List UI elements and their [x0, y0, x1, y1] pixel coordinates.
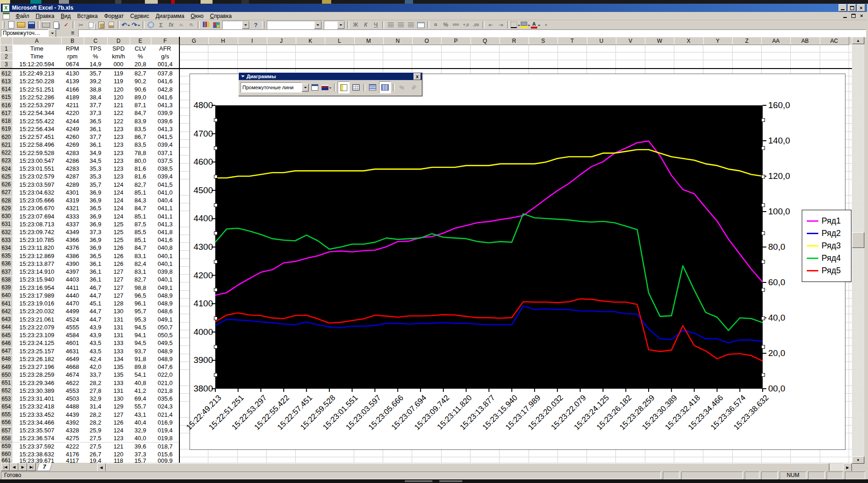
- save-icon[interactable]: [26, 20, 36, 29]
- cell[interactable]: 36,5: [84, 117, 108, 125]
- cell[interactable]: 024,3: [151, 402, 180, 411]
- cell[interactable]: 32,9: [130, 426, 151, 435]
- row-header-653[interactable]: 653: [0, 395, 13, 403]
- row-header-631[interactable]: 631: [0, 220, 13, 229]
- increase-decimal-icon[interactable]: +,0: [461, 20, 471, 29]
- cell[interactable]: 4166: [61, 85, 84, 93]
- row-header-630[interactable]: 630: [0, 212, 13, 220]
- cell[interactable]: 15:22:52.286: [12, 93, 62, 102]
- row-header-642[interactable]: 642: [0, 307, 13, 316]
- cell[interactable]: 4319: [61, 196, 84, 205]
- format-painter-icon[interactable]: [106, 20, 116, 29]
- format-selection-icon[interactable]: [309, 82, 320, 93]
- row-header-657[interactable]: 657: [0, 426, 13, 435]
- cell[interactable]: 15:23:30.389: [12, 387, 62, 395]
- cell[interactable]: 15:23:31.401: [12, 395, 62, 403]
- row-header-614[interactable]: 614: [0, 85, 13, 93]
- column-header-P[interactable]: P: [441, 37, 471, 45]
- by-rows-icon[interactable]: [367, 82, 378, 93]
- row-header-625[interactable]: 625: [0, 172, 13, 181]
- cell[interactable]: 126: [107, 419, 130, 427]
- cell[interactable]: 000: [107, 60, 130, 69]
- cell[interactable]: 15:23:24.125: [12, 339, 62, 347]
- function-icon[interactable]: fx: [166, 20, 176, 29]
- align-center-icon[interactable]: [396, 20, 406, 29]
- cell[interactable]: 021,4: [151, 411, 180, 419]
- first-sheet-icon[interactable]: |◀: [1, 463, 10, 471]
- cell[interactable]: 131: [107, 387, 130, 395]
- cell[interactable]: 4555: [61, 323, 84, 332]
- cell[interactable]: %: [84, 52, 108, 61]
- row-header-629[interactable]: 629: [0, 204, 13, 213]
- cell[interactable]: 4668: [61, 363, 84, 371]
- cell[interactable]: 28,2: [84, 419, 108, 427]
- cell[interactable]: 018,7: [151, 443, 180, 451]
- cell[interactable]: 4386: [61, 252, 84, 260]
- menu-правка[interactable]: Правка: [33, 12, 58, 20]
- cell[interactable]: 98,8: [130, 284, 151, 292]
- cell[interactable]: 15:22:57.451: [12, 133, 62, 141]
- font-combo[interactable]: [267, 21, 322, 29]
- cell[interactable]: 4139: [61, 77, 84, 86]
- cell[interactable]: 050,5: [151, 331, 180, 339]
- row-header-1[interactable]: 1: [0, 45, 13, 53]
- cell[interactable]: 27,5: [84, 434, 108, 443]
- cell[interactable]: 4287: [61, 172, 84, 181]
- column-header-K[interactable]: K: [296, 37, 325, 45]
- cell[interactable]: 44,7: [84, 316, 108, 324]
- menu-сервис[interactable]: Сервис: [127, 12, 152, 20]
- cell[interactable]: rpm: [61, 52, 84, 61]
- row-header-649[interactable]: 649: [0, 363, 13, 371]
- row-header-619[interactable]: 619: [0, 125, 13, 133]
- cell[interactable]: 133: [107, 347, 130, 356]
- cell[interactable]: 123: [107, 125, 130, 133]
- column-header-B[interactable]: B: [61, 37, 84, 45]
- cell[interactable]: 121: [107, 443, 130, 451]
- cell[interactable]: 15:23:33.452: [12, 411, 62, 419]
- sheet-tab-7[interactable]: 7: [36, 463, 52, 471]
- row-header-633[interactable]: 633: [0, 236, 13, 244]
- cell[interactable]: 4403: [61, 276, 84, 284]
- cell[interactable]: 048,9: [151, 347, 180, 356]
- cell[interactable]: 32,9: [84, 395, 108, 403]
- legend-entry[interactable]: Ряд2: [807, 229, 851, 238]
- cell[interactable]: 4211: [61, 101, 84, 109]
- cell[interactable]: 39,2: [84, 77, 108, 86]
- horizontal-scroll-track[interactable]: [829, 463, 843, 471]
- cell[interactable]: 124: [107, 196, 130, 205]
- cell[interactable]: 15:23:05.666: [12, 196, 62, 205]
- cell[interactable]: 15:23:19.016: [12, 299, 62, 308]
- borders-icon[interactable]: [511, 20, 521, 29]
- cell[interactable]: 124: [107, 189, 130, 197]
- cell[interactable]: 127: [107, 292, 130, 300]
- cell[interactable]: 4440: [61, 292, 84, 300]
- column-header-H[interactable]: H: [208, 37, 238, 45]
- increase-indent-icon[interactable]: ⇥: [496, 20, 506, 29]
- cell[interactable]: 15:23:36.574: [12, 434, 62, 443]
- cell[interactable]: 121: [107, 101, 130, 109]
- cell[interactable]: 15:22:55.422: [12, 117, 62, 125]
- row-header-655[interactable]: 655: [0, 411, 13, 419]
- cell[interactable]: 31,4: [84, 402, 108, 411]
- cell[interactable]: 133: [107, 379, 130, 387]
- cell[interactable]: 4222: [61, 443, 84, 451]
- cell[interactable]: 124: [107, 180, 130, 189]
- row-header-644[interactable]: 644: [0, 323, 13, 332]
- cell[interactable]: 27,5: [84, 443, 108, 451]
- cell[interactable]: 15:23:11.820: [12, 244, 62, 252]
- menu-вставка[interactable]: Вставка: [74, 12, 101, 20]
- row-header-636[interactable]: 636: [0, 260, 13, 268]
- cell[interactable]: g/s: [151, 52, 180, 61]
- row-header-659[interactable]: 659: [0, 443, 13, 451]
- italic-icon[interactable]: К: [361, 20, 371, 29]
- row-header-626[interactable]: 626: [0, 180, 13, 189]
- font-color-icon[interactable]: А: [531, 20, 541, 29]
- menu-окно[interactable]: Окно: [188, 12, 207, 20]
- row-header-652[interactable]: 652: [0, 387, 13, 395]
- cell[interactable]: 86,7: [130, 133, 151, 141]
- currency-icon[interactable]: ¤: [431, 20, 441, 29]
- cell[interactable]: 021,0: [151, 379, 180, 387]
- cell[interactable]: 4176: [61, 450, 84, 459]
- column-header-D[interactable]: D: [107, 37, 130, 45]
- cell[interactable]: 94,5: [130, 339, 151, 347]
